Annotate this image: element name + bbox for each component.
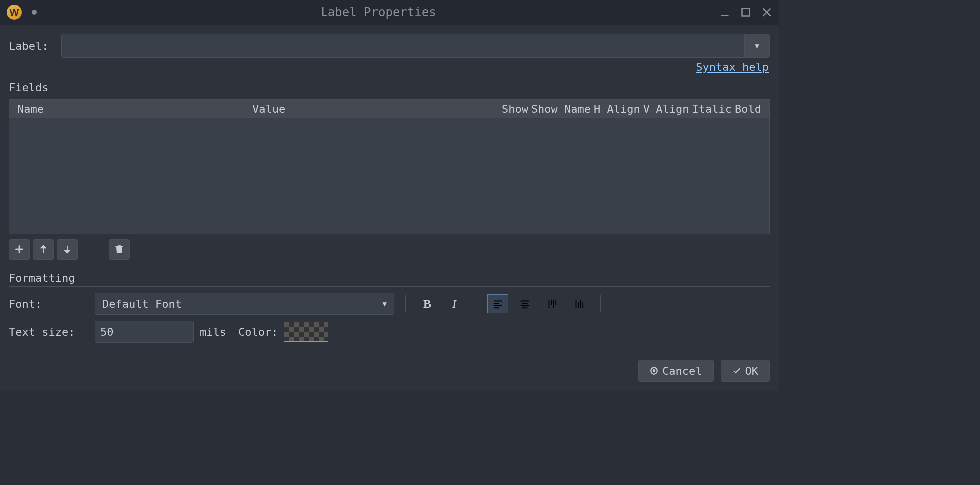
app-icon: W — [7, 5, 22, 20]
text-size-units: mils — [200, 326, 232, 338]
column-header-value[interactable]: Value — [249, 103, 469, 115]
fields-table[interactable]: Name Value Show Show Name H Align V Alig… — [9, 99, 770, 234]
ok-button[interactable]: OK — [721, 360, 770, 382]
bold-toggle[interactable]: B — [417, 294, 438, 313]
modified-indicator-icon — [32, 10, 37, 15]
check-icon — [732, 366, 741, 375]
font-label: Font: — [9, 298, 89, 310]
column-header-v-align[interactable]: V Align — [643, 103, 689, 115]
window-title: Label Properties — [37, 5, 720, 19]
maximize-button[interactable] — [741, 7, 751, 17]
font-select-value: Default Font — [102, 298, 383, 310]
italic-toggle[interactable]: I — [444, 294, 465, 313]
cancel-icon — [650, 366, 658, 375]
formatting-section-title: Formatting — [9, 272, 770, 284]
divider — [9, 286, 770, 287]
ok-button-label: OK — [745, 365, 759, 377]
arrow-up-icon — [38, 244, 49, 255]
align-left-icon — [492, 298, 503, 309]
cancel-button[interactable]: Cancel — [638, 360, 713, 382]
column-header-h-align[interactable]: H Align — [594, 103, 640, 115]
fields-table-header: Name Value Show Show Name H Align V Alig… — [9, 100, 769, 118]
chevron-down-icon: ▼ — [383, 300, 387, 308]
fields-section-title: Fields — [9, 81, 770, 94]
column-header-show-name[interactable]: Show Name — [531, 103, 591, 115]
svg-point-5 — [653, 369, 655, 372]
chevron-down-icon: ▼ — [755, 42, 759, 50]
column-header-italic[interactable]: Italic — [692, 103, 732, 115]
label-dropdown-button[interactable]: ▼ — [744, 34, 769, 57]
add-field-button[interactable] — [9, 239, 30, 260]
align-left-toggle[interactable] — [487, 294, 508, 313]
separator — [600, 295, 601, 312]
label-combobox[interactable]: ▼ — [61, 34, 770, 58]
column-header-show[interactable]: Show — [502, 103, 528, 115]
text-size-input[interactable] — [95, 321, 194, 343]
text-size-label: Text size: — [9, 326, 89, 338]
fields-table-body[interactable] — [9, 118, 769, 234]
column-header-name[interactable]: Name — [14, 103, 249, 115]
move-up-button[interactable] — [33, 239, 54, 260]
column-header-bold[interactable]: Bold — [735, 103, 761, 115]
font-select[interactable]: Default Font ▼ — [95, 293, 394, 315]
delete-field-button[interactable] — [109, 239, 130, 260]
close-button[interactable] — [762, 7, 772, 17]
orientation-down-toggle[interactable] — [568, 294, 589, 313]
trash-icon — [114, 244, 125, 255]
titlebar: W Label Properties — [0, 0, 779, 25]
minimize-button[interactable] — [720, 7, 730, 17]
divider — [9, 96, 770, 96]
vertical-text-down-icon — [573, 298, 584, 309]
dialog-window: W Label Properties Label: ▼ — [0, 0, 779, 391]
orientation-up-toggle[interactable] — [541, 294, 562, 313]
label-field-label: Label: — [9, 40, 56, 52]
color-swatch-button[interactable] — [284, 322, 328, 342]
separator — [476, 295, 476, 312]
vertical-text-up-icon — [546, 298, 557, 309]
italic-icon: I — [452, 297, 456, 311]
cancel-button-label: Cancel — [662, 365, 702, 377]
separator — [405, 295, 406, 312]
bold-icon: B — [423, 297, 431, 311]
align-center-toggle[interactable] — [514, 294, 535, 313]
arrow-down-icon — [62, 244, 73, 255]
move-down-button[interactable] — [57, 239, 78, 260]
svg-rect-1 — [742, 9, 750, 16]
syntax-help-link[interactable]: Syntax help — [696, 61, 769, 73]
plus-icon — [14, 244, 25, 255]
color-label: Color: — [238, 326, 278, 338]
align-center-icon — [519, 298, 530, 309]
label-input[interactable] — [62, 40, 744, 52]
